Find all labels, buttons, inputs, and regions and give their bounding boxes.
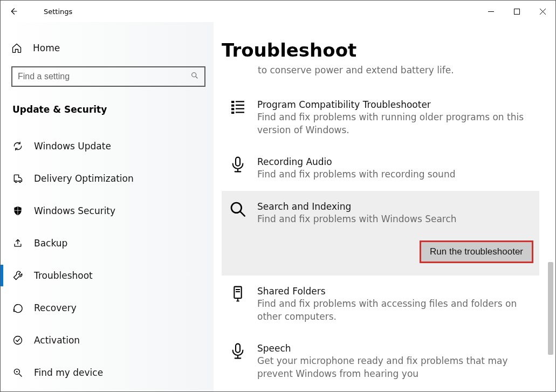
sidebar-item-label: Windows Security	[34, 205, 115, 216]
troubleshooter-item-speech[interactable]: SpeechGet your microphone ready and fix …	[222, 333, 539, 390]
sidebar-nav-list: Windows UpdateDelivery OptimizationWindo…	[11, 130, 206, 389]
sidebar: Home Update & Security Windows UpdateDel…	[1, 22, 214, 391]
search-icon	[190, 71, 199, 82]
window-body: Home Update & Security Windows UpdateDel…	[1, 22, 555, 391]
sidebar-item-label: Delivery Optimization	[34, 173, 134, 184]
troubleshooter-desc: Find and fix problems with running older…	[257, 111, 534, 137]
troubleshooter-title: Search and Indexing	[257, 201, 534, 213]
window-title: Settings	[44, 8, 72, 16]
delivery-icon	[12, 173, 34, 184]
sync-icon	[12, 141, 34, 152]
sidebar-home-label: Home	[33, 43, 60, 53]
troubleshooter-item-program-compat[interactable]: Program Compatibility TroubleshooterFind…	[222, 89, 539, 147]
sidebar-item-label: Backup	[34, 238, 67, 249]
recovery-icon	[12, 302, 34, 313]
home-icon	[11, 43, 33, 53]
back-button[interactable]	[1, 1, 26, 22]
sidebar-item-backup[interactable]: Backup	[11, 227, 206, 259]
troubleshooter-text: Program Compatibility TroubleshooterFind…	[257, 99, 539, 137]
run-troubleshooter-wrap: Run the troubleshooter	[257, 242, 534, 262]
troubleshooter-item-recording-audio[interactable]: Recording AudioFind and fix problems wit…	[222, 146, 539, 191]
page-title: Troubleshoot	[222, 39, 539, 61]
main-content: Troubleshoot to conserve power and exten…	[214, 22, 555, 391]
shield-icon	[12, 205, 34, 216]
mic-icon	[229, 156, 257, 181]
troubleshooter-title: Shared Folders	[257, 285, 534, 298]
maximize-icon	[514, 9, 520, 15]
backup-icon	[12, 238, 34, 249]
arrow-left-icon	[9, 6, 18, 16]
intro-text: to conserve power and extend battery lif…	[258, 64, 539, 77]
minimize-button[interactable]	[478, 1, 504, 22]
troubleshooter-list: Program Compatibility TroubleshooterFind…	[222, 89, 539, 391]
svg-rect-0	[514, 9, 519, 14]
find-icon	[12, 367, 34, 378]
search-wrap	[11, 66, 206, 87]
troubleshooter-title: Program Compatibility Troubleshooter	[257, 99, 534, 111]
compat-icon	[229, 99, 257, 137]
sidebar-item-label: Activation	[34, 335, 80, 346]
scrollbar-thumb[interactable]	[548, 262, 553, 354]
troubleshooter-text: SpeechGet your microphone ready and fix …	[257, 342, 539, 381]
check-icon	[12, 335, 34, 346]
sidebar-item-delivery-optimization[interactable]: Delivery Optimization	[11, 162, 206, 195]
sidebar-item-activation[interactable]: Activation	[11, 324, 206, 356]
sidebar-category-heading: Update & Security	[12, 104, 206, 115]
scrollbar[interactable]	[547, 22, 554, 391]
sidebar-home[interactable]: Home	[11, 34, 206, 62]
sidebar-item-label: Windows Update	[34, 141, 111, 152]
troubleshooter-desc: Find and fix problems with recording sou…	[257, 168, 534, 181]
troubleshooter-text: Search and IndexingFind and fix problems…	[257, 201, 539, 262]
troubleshooter-text: Shared FoldersFind and fix problems with…	[257, 285, 539, 324]
titlebar-left: Settings	[1, 1, 72, 22]
close-button[interactable]	[530, 1, 555, 22]
wrench-icon	[12, 270, 34, 281]
troubleshooter-desc: Find and fix problems with accessing fil…	[257, 298, 534, 324]
troubleshooter-title: Speech	[257, 342, 534, 355]
sidebar-item-label: Recovery	[34, 302, 77, 313]
sidebar-item-windows-security[interactable]: Windows Security	[11, 195, 206, 227]
search-input[interactable]	[18, 67, 190, 86]
titlebar: Settings	[1, 1, 555, 22]
window-controls	[478, 1, 555, 22]
troubleshooter-text: Recording AudioFind and fix problems wit…	[257, 156, 539, 181]
minimize-icon	[488, 9, 494, 15]
maximize-button[interactable]	[504, 1, 530, 22]
troubleshooter-title: Recording Audio	[257, 156, 534, 168]
troubleshooter-item-video-playback[interactable]: Video Playback	[222, 390, 539, 391]
troubleshooter-item-search-indexing[interactable]: Search and IndexingFind and fix problems…	[222, 191, 539, 276]
svg-point-1	[192, 73, 196, 77]
sidebar-item-find-my-device[interactable]: Find my device	[11, 356, 206, 389]
sidebar-item-label: Find my device	[34, 367, 103, 378]
shared-icon	[229, 285, 257, 324]
search-box[interactable]	[11, 66, 205, 87]
troubleshooter-desc: Find and fix problems with Windows Searc…	[257, 213, 534, 226]
sidebar-item-label: Troubleshoot	[34, 270, 93, 281]
sidebar-item-recovery[interactable]: Recovery	[11, 292, 206, 324]
sidebar-item-windows-update[interactable]: Windows Update	[11, 130, 206, 162]
troubleshooter-desc: Get your microphone ready and fix proble…	[257, 355, 534, 381]
mic-icon	[229, 342, 257, 381]
close-icon	[540, 9, 546, 15]
run-troubleshooter-button[interactable]: Run the troubleshooter	[421, 242, 532, 262]
troubleshooter-item-shared-folders[interactable]: Shared FoldersFind and fix problems with…	[222, 276, 539, 333]
sidebar-item-troubleshoot[interactable]: Troubleshoot	[11, 259, 206, 292]
search-mag-icon	[229, 201, 257, 262]
settings-window: Settings Home	[0, 0, 556, 392]
